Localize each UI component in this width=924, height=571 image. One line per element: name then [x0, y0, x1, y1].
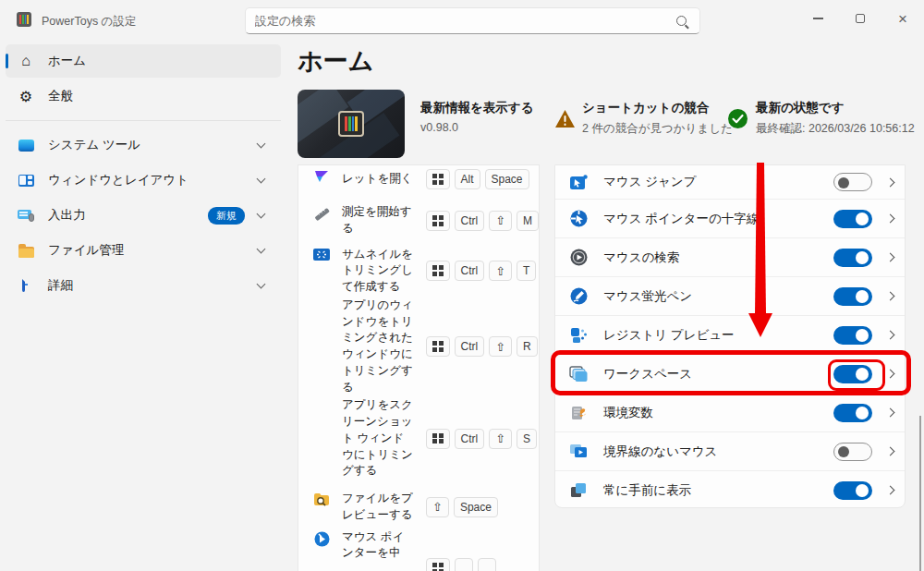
- system-tools-icon: [17, 136, 35, 154]
- update-title: 最新情報を表示する: [420, 100, 541, 116]
- shortcut-keys: Ctrl ⇧ T: [426, 261, 536, 281]
- sidebar-item-label: ウィンドウとレイアウト: [48, 172, 258, 188]
- module-row-find-my-mouse[interactable]: マウスの検索: [555, 237, 905, 276]
- chevron-right-icon: [886, 331, 895, 340]
- modules-card: マウス ジャンプ マウス ポインターの十字線 マウスの検索 マウス蛍光ペン レジ…: [554, 164, 906, 508]
- key-cap: Ctrl: [455, 211, 485, 231]
- status-title: 最新の状態です: [756, 100, 915, 116]
- toggle-workspaces[interactable]: [833, 365, 872, 383]
- window-controls: ×: [796, 0, 924, 37]
- module-row-always-on-top[interactable]: 常に手前に表示: [555, 470, 905, 508]
- minimize-icon: [813, 18, 823, 18]
- shortcut-keys: Alt Space: [426, 169, 529, 189]
- shortcut-conflict-block[interactable]: ショートカットの競合 2 件の競合が見つかりました: [582, 100, 733, 137]
- mouse-without-borders-icon: [568, 443, 589, 461]
- module-row-mouse-without-borders[interactable]: 境界線のないマウス: [555, 431, 905, 470]
- chevron-down-icon: [257, 140, 266, 149]
- windows-key-icon: [432, 341, 444, 352]
- key-cap: M: [517, 211, 539, 231]
- peek-icon: [311, 492, 332, 507]
- shortcut-keys: [426, 558, 496, 571]
- update-status-block: 最新の状態です 最終確認: 2026/03/26 10:56:12: [756, 100, 915, 137]
- module-row-environment-variables[interactable]: 環境変数: [555, 393, 905, 431]
- sidebar-item-advanced[interactable]: 詳細: [6, 269, 281, 302]
- shortcut-row: アプリのウィンドウをトリミングされたウィンドウにトリミングする Ctrl ⇧ R: [311, 298, 539, 396]
- advanced-icon: [17, 276, 35, 295]
- module-label: マウス蛍光ペン: [603, 288, 833, 305]
- module-row-registry-preview[interactable]: レジストリ プレビュー: [555, 315, 905, 354]
- shift-key-icon: ⇧: [489, 261, 512, 281]
- key-cap: Space: [454, 497, 498, 517]
- module-label: 環境変数: [603, 405, 833, 421]
- close-button[interactable]: ×: [881, 0, 924, 37]
- settings-search-box[interactable]: [245, 7, 700, 34]
- module-row-mouse-highlighter[interactable]: マウス蛍光ペン: [555, 276, 905, 315]
- key-cap: Alt: [455, 169, 480, 189]
- mouse-jump-icon: [568, 173, 589, 191]
- sidebar-item-home[interactable]: ⌂ ホーム: [6, 44, 281, 78]
- toggle-environment-variables[interactable]: [833, 404, 872, 422]
- chevron-right-icon: [886, 177, 895, 187]
- toggle-find-my-mouse[interactable]: [833, 249, 872, 267]
- shortcut-row: レットを開く Alt Space: [311, 169, 539, 189]
- warning-icon: [554, 109, 576, 132]
- shortcuts-card: レットを開く Alt Space 測定を開始する Ctrl ⇧ M サムネイルを…: [298, 164, 540, 571]
- sidebar-item-label: ファイル管理: [48, 242, 258, 259]
- update-info-block[interactable]: 最新情報を表示する v0.98.0: [420, 100, 541, 134]
- toggle-mouse-without-borders[interactable]: [833, 443, 872, 461]
- search-input[interactable]: [255, 14, 676, 28]
- crop-thumbnail-icon: [311, 249, 332, 261]
- shortcut-label: ファイルをプレビューする: [342, 491, 416, 524]
- module-row-workspaces[interactable]: ワークスペース: [555, 354, 905, 393]
- windows-key-icon: [432, 174, 444, 185]
- shortcut-row: サムネイルをトリミングして作成する Ctrl ⇧ T: [311, 247, 539, 296]
- win-key: [426, 336, 450, 357]
- minimize-button[interactable]: [796, 0, 839, 37]
- module-row-mouse-jump[interactable]: マウス ジャンプ: [555, 165, 905, 199]
- sidebar-divider: [6, 120, 281, 121]
- shortcut-row: ファイルをプレビューする ⇧ Space: [311, 491, 539, 524]
- chevron-down-icon: [257, 175, 266, 184]
- whats-new-thumbnail[interactable]: [298, 90, 405, 158]
- toggle-mouse-pointer-crosshairs[interactable]: [833, 210, 872, 228]
- registry-preview-icon: [568, 326, 589, 345]
- key-cap: Ctrl: [455, 429, 485, 449]
- environment-variables-icon: [568, 404, 589, 422]
- key-cap: S: [517, 429, 537, 449]
- mouse-pointer-center-icon: [311, 531, 332, 547]
- screen-ruler-icon: [311, 206, 332, 223]
- shift-key-icon: ⇧: [489, 211, 512, 231]
- sidebar-item-label: システム ツール: [48, 137, 258, 153]
- search-icon: [676, 16, 687, 26]
- shortcut-label: レットを開く: [342, 171, 416, 188]
- sidebar-item-general[interactable]: ⚙ 全般: [6, 79, 281, 113]
- shortcut-keys: ⇧ Space: [426, 497, 498, 517]
- toggle-always-on-top[interactable]: [833, 481, 872, 500]
- module-label: レジストリ プレビュー: [603, 327, 833, 344]
- shortcut-label: アプリをスクリーンショット ウィンドウにトリミングする: [342, 397, 416, 480]
- shortcut-keys: Ctrl ⇧ M: [426, 211, 539, 231]
- maximize-button[interactable]: [839, 0, 881, 37]
- toggle-registry-preview[interactable]: [833, 326, 872, 345]
- sidebar-item-system-tools[interactable]: システム ツール: [6, 128, 281, 162]
- workspaces-icon: [568, 365, 589, 383]
- chevron-right-icon: [886, 253, 895, 262]
- toggle-mouse-jump[interactable]: [833, 173, 872, 191]
- title-bar: PowerToys の設定 ×: [0, 0, 924, 41]
- input-output-icon: [17, 206, 35, 225]
- up-to-date-check-icon: [727, 108, 748, 133]
- sidebar-item-windowing-layout[interactable]: ウィンドウとレイアウト: [6, 164, 281, 197]
- status-subtitle: 最終確認: 2026/03/26 10:56:12: [756, 121, 915, 137]
- module-label: 常に手前に表示: [603, 482, 833, 499]
- module-row-mouse-pointer-crosshairs[interactable]: マウス ポインターの十字線: [555, 199, 905, 237]
- shift-key-icon: ⇧: [489, 336, 512, 357]
- conflict-subtitle: 2 件の競合が見つかりました: [582, 121, 733, 137]
- vertical-scrollbar[interactable]: [919, 416, 921, 571]
- toggle-mouse-highlighter[interactable]: [833, 287, 872, 306]
- windows-key-icon: [432, 563, 444, 571]
- sidebar-item-file-management[interactable]: ファイル管理: [6, 234, 281, 267]
- module-label: 境界線のないマウス: [603, 443, 833, 460]
- win-key: [426, 261, 450, 281]
- powertoys-logo-icon: [17, 12, 31, 27]
- sidebar-item-input-output[interactable]: 入出力 新規: [6, 199, 281, 232]
